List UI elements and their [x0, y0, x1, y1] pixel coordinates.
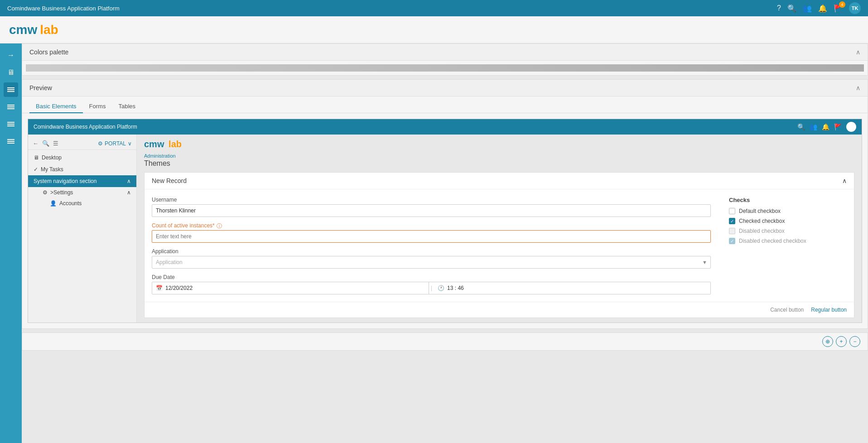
color-bar — [26, 64, 864, 72]
inner-top-icons: 🔍 👥 🔔 🚩 — [797, 122, 856, 132]
tab-forms[interactable]: Forms — [83, 100, 112, 113]
breadcrumb: Administration — [144, 153, 854, 159]
default-checkbox[interactable] — [729, 208, 735, 214]
portal-label: PORTAL — [105, 140, 126, 147]
search-icon[interactable]: 🔍 — [787, 4, 796, 13]
inner-avatar — [846, 122, 856, 132]
preview-title: Preview — [29, 84, 52, 91]
notification-badge: 4 — [839, 1, 845, 8]
logo: cmw lab — [9, 23, 58, 37]
username-field-group: Username — [152, 197, 711, 217]
add-icon-2[interactable]: + — [836, 336, 847, 347]
portal-badge[interactable]: ⚙ PORTAL ∨ — [98, 140, 132, 147]
calendar-icon: 📅 — [156, 285, 163, 291]
colors-palette-collapse[interactable]: ∧ — [856, 48, 860, 56]
form-title: New Record — [152, 177, 187, 184]
main-layout: → 🖥 — [0, 43, 868, 443]
preview-tabs: Basic Elements Forms Tables — [22, 96, 868, 113]
settings-chevron: ∧ — [127, 189, 131, 196]
application-select-wrapper: Application ▼ — [152, 256, 711, 269]
sidebar-monitor-icon[interactable]: 🖥 — [4, 65, 18, 80]
inner-flag-icon[interactable]: 🚩 — [834, 123, 842, 130]
preview-collapse[interactable]: ∧ — [856, 84, 860, 91]
disabled-checked-checkbox-label: Disabled checked checkbox — [739, 238, 806, 244]
application-field-group: Application Application ▼ — [152, 248, 711, 269]
sidebar-item-mytasks[interactable]: ✓ My Tasks — [28, 164, 136, 175]
sidebar-item-settings[interactable]: ⚙ >Settings ∧ — [37, 187, 136, 198]
date-input[interactable]: 📅 12/20/2022 — [152, 282, 429, 294]
tasks-icon: ✓ — [34, 166, 38, 173]
disabled-checked-checkbox: ✓ — [729, 238, 735, 244]
inner-sidebar: ← 🔍 ☰ ⚙ PORTAL ∨ 🖥 Desktop — [28, 135, 137, 323]
sidebar-item-desktop[interactable]: 🖥 Desktop — [28, 152, 136, 164]
colors-palette-panel: Colors palette ∧ — [22, 43, 868, 76]
time-value: 13 : 46 — [447, 285, 464, 291]
inner-back-icon[interactable]: ← — [33, 140, 39, 147]
avatar[interactable]: TK — [849, 2, 861, 14]
inner-preview: Comindware Business Application Platform… — [28, 119, 862, 323]
remove-icon[interactable]: − — [849, 336, 860, 347]
application-label: Application — [152, 248, 711, 255]
logo-cmw: cmw — [9, 23, 37, 37]
inner-bell-icon[interactable]: 🔔 — [822, 123, 829, 130]
cancel-button[interactable]: Cancel button — [770, 307, 804, 313]
left-sidebar: → 🖥 — [0, 43, 22, 443]
users-icon[interactable]: 👥 — [803, 4, 812, 13]
inner-sidebar-header: ← 🔍 ☰ ⚙ PORTAL ∨ — [28, 138, 136, 150]
form-collapse-icon[interactable]: ∧ — [842, 177, 847, 184]
inner-body: ← 🔍 ☰ ⚙ PORTAL ∨ 🖥 Desktop — [28, 135, 862, 323]
inner-search-icon[interactable]: 🔍 — [797, 123, 805, 130]
sidebar-item-accounts[interactable]: 👤 Accounts — [37, 198, 136, 209]
accounts-icon: 👤 — [50, 200, 57, 207]
date-separator: | — [429, 282, 434, 294]
disabled-checkbox — [729, 228, 735, 234]
check-item-checked: ✓ Checked checkbox — [729, 218, 847, 224]
sidebar-list-icon[interactable] — [4, 82, 18, 97]
count-active-input[interactable] — [152, 230, 711, 243]
form-footer: Cancel button Regular button — [145, 302, 854, 318]
content-area: Colors palette ∧ Preview ∧ Basic Element… — [22, 43, 868, 443]
due-date-field-group: Due Date 📅 12/20/2022 | — [152, 274, 711, 294]
portal-chevron: ∨ — [128, 140, 132, 147]
clock-icon: 🕐 — [438, 285, 444, 291]
sidebar-menu-icon-4[interactable] — [4, 134, 18, 149]
inner-logo-cmw: cmw — [144, 139, 164, 149]
form-fields-left: Username Count of active instances* ⓘ — [152, 197, 711, 294]
sidebar-menu-icon-2[interactable] — [4, 100, 18, 114]
app-header: cmw lab — [0, 16, 868, 43]
checked-checkbox-label: Checked checkbox — [739, 218, 785, 224]
help-icon[interactable]: ? — [777, 4, 781, 12]
date-row: 📅 12/20/2022 | 🕐 13 : 46 — [152, 282, 711, 294]
due-date-label: Due Date — [152, 274, 711, 280]
top-bar: Comindware Business Application Platform… — [0, 0, 868, 16]
sidebar-item-system-nav[interactable]: System navigation section ∧ — [28, 175, 136, 187]
username-input[interactable] — [152, 204, 711, 217]
system-nav-chevron: ∧ — [127, 178, 131, 184]
inner-sidebar-search-icon[interactable]: 🔍 — [42, 140, 49, 147]
inner-sidebar-list-icon[interactable]: ☰ — [53, 140, 58, 147]
checked-checkbox[interactable]: ✓ — [729, 218, 735, 224]
top-bar-icons: ? 🔍 👥 🔔 🚩 4 TK — [777, 2, 861, 14]
info-icon: ⓘ — [217, 222, 222, 230]
checks-title: Checks — [729, 197, 847, 203]
preview-panel: Preview ∧ Basic Elements Forms Tables Co… — [22, 79, 868, 329]
regular-button[interactable]: Regular button — [811, 307, 847, 313]
check-item-default: Default checkbox — [729, 208, 847, 214]
sidebar-menu-icon-3[interactable] — [4, 117, 18, 131]
count-active-field-group: Count of active instances* ⓘ — [152, 222, 711, 243]
bell-icon[interactable]: 🔔 — [818, 4, 827, 13]
colors-palette-title: Colors palette — [29, 48, 68, 56]
tab-basic-elements[interactable]: Basic Elements — [29, 100, 83, 113]
flag-icon[interactable]: 🚩 4 — [834, 4, 843, 13]
bottom-section: ⊕ + − — [22, 332, 868, 351]
form-card-header: New Record ∧ — [145, 173, 854, 189]
inner-users-icon[interactable]: 👥 — [810, 123, 817, 130]
app-title: Comindware Business Application Platform — [7, 5, 120, 12]
add-icon-1[interactable]: ⊕ — [822, 336, 833, 347]
tab-tables[interactable]: Tables — [112, 100, 142, 113]
time-input[interactable]: 🕐 13 : 46 — [434, 282, 711, 294]
preview-header: Preview ∧ — [22, 80, 868, 96]
count-active-label: Count of active instances* — [152, 222, 215, 229]
sidebar-toggle-icon[interactable]: → — [4, 48, 18, 63]
application-select[interactable]: Application — [152, 256, 711, 269]
